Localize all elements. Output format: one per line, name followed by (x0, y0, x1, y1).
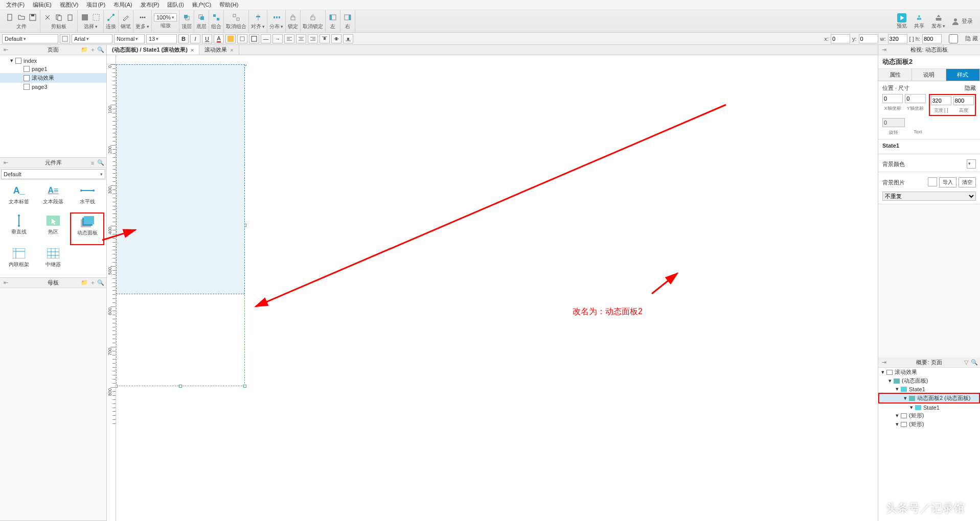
menu-publish[interactable]: 发布(P) (136, 0, 164, 10)
align-center-button[interactable] (296, 34, 306, 43)
zoom-select[interactable]: 100% (154, 13, 177, 21)
bgimg-clear-button[interactable]: 清空 (959, 177, 976, 187)
copy-button[interactable] (54, 12, 64, 22)
insp-y-input[interactable] (905, 94, 925, 103)
outline-node[interactable]: ▾滚动效果 (878, 368, 980, 376)
inspector-tab-notes[interactable]: 说明 (912, 69, 946, 81)
close-icon[interactable]: × (230, 47, 233, 53)
valign-top-button[interactable] (320, 34, 330, 43)
w-input[interactable] (888, 34, 907, 43)
page-node[interactable]: page1 (0, 65, 106, 73)
bgcolor-swatch[interactable] (967, 159, 976, 169)
inspector-collapse-icon[interactable]: ⇥ (880, 46, 887, 54)
menu-layout[interactable]: 布局(A) (109, 0, 136, 10)
align-button[interactable] (253, 12, 263, 22)
outline-node[interactable]: ▾(动态面板) (878, 376, 980, 385)
fill-color-button[interactable] (225, 34, 236, 43)
more-button[interactable] (138, 12, 148, 22)
insp-w-input[interactable] (931, 96, 951, 105)
add-master-icon[interactable]: ＋ (89, 279, 96, 287)
close-icon[interactable]: × (191, 47, 194, 53)
bold-button[interactable]: B (178, 34, 189, 43)
pages-tree[interactable]: ▾indexpage1滚动效果page3 (0, 55, 106, 157)
align-left-button[interactable] (284, 34, 294, 43)
widget-repeater[interactable]: 中继器 (36, 245, 71, 275)
new-file-button[interactable] (5, 12, 15, 22)
h-input[interactable] (922, 34, 942, 43)
valign-bot-button[interactable] (343, 34, 353, 43)
menu-file[interactable]: 文件(F) (2, 0, 29, 10)
masters-collapse-icon[interactable]: ⇤ (2, 279, 9, 287)
more-label[interactable]: 更多 (135, 23, 149, 30)
x-input[interactable] (831, 34, 850, 43)
widget-dynamic-panel[interactable]: 动态面板 (70, 212, 104, 245)
ruler-vertical[interactable]: 0100200300400500600700800 (107, 64, 116, 521)
add-page-icon[interactable]: ＋ (89, 46, 96, 54)
canvas-tab[interactable]: 滚动效果× (199, 45, 239, 55)
valign-mid-button[interactable] (331, 34, 341, 43)
add-folder-icon[interactable]: 📁 (81, 46, 88, 54)
open-file-button[interactable] (16, 12, 27, 22)
menu-team[interactable]: 团队(I) (163, 0, 188, 10)
group-button[interactable] (211, 12, 221, 22)
unlock-button[interactable] (308, 12, 318, 22)
master-search-icon[interactable]: 🔍 (97, 279, 104, 287)
inspector-tab-style[interactable]: 样式 (946, 69, 980, 81)
search-pages-icon[interactable]: 🔍 (97, 46, 104, 54)
outline-node[interactable]: ▾(矩形) (878, 420, 980, 429)
add-master-folder-icon[interactable]: 📁 (81, 279, 88, 287)
outline-node[interactable]: ▾(矩形) (878, 411, 980, 420)
menu-help[interactable]: 帮助(H) (215, 0, 242, 10)
outline-collapse-icon[interactable]: ⇥ (880, 359, 887, 366)
font-weight-select[interactable]: Normal (114, 34, 145, 43)
send-back-button[interactable] (196, 12, 207, 22)
distribute-label[interactable]: 分布 (269, 23, 283, 30)
outer-shadow-button[interactable] (237, 34, 247, 43)
menu-account[interactable]: 账户(C) (188, 0, 215, 10)
connect-button[interactable] (106, 12, 116, 22)
publish-button[interactable]: 发布 (931, 13, 945, 30)
login-button[interactable]: 登录 (951, 17, 973, 26)
select-contain-button[interactable] (91, 12, 101, 22)
align-right-button[interactable] (308, 34, 318, 43)
widget-iframe[interactable]: 内联框架 (2, 245, 36, 275)
widget-text-label[interactable]: A_文本标签 (2, 182, 36, 212)
menu-edit[interactable]: 编辑(E) (29, 0, 56, 10)
lock-button[interactable] (288, 12, 298, 22)
menu-project[interactable]: 项目(P) (82, 0, 109, 10)
dock-right-button[interactable] (343, 12, 353, 22)
outline-filter-icon[interactable]: ▽ (963, 359, 970, 366)
style-add-button[interactable] (60, 34, 70, 43)
library-select[interactable]: Default (1, 169, 105, 179)
y-input[interactable] (859, 34, 878, 43)
font-size-select[interactable]: 13 (146, 34, 177, 43)
inspector-tab-props[interactable]: 属性 (878, 69, 912, 81)
insp-x-input[interactable] (882, 94, 903, 103)
page-node[interactable]: page3 (0, 83, 106, 91)
outline-tree[interactable]: ▾滚动效果▾(动态面板)▾State1▾动态面板2 (动态面板)▾State1▾… (878, 368, 980, 521)
select-mode-button[interactable] (80, 12, 90, 22)
selected-element-name[interactable]: 动态面板2 (878, 55, 980, 69)
hidden-checkbox[interactable] (944, 34, 963, 43)
font-color-button[interactable]: A (214, 34, 224, 43)
outline-node[interactable]: ▾动态面板2 (动态面板) (878, 393, 980, 404)
share-button[interactable]: 共享 (914, 13, 924, 30)
menu-view[interactable]: 视图(V) (56, 0, 83, 10)
bgimg-import-button[interactable]: 导入 (939, 177, 956, 187)
dock-left-button[interactable] (328, 12, 338, 22)
outline-node[interactable]: ▾State1 (878, 385, 980, 393)
line-style-button[interactable]: — (261, 34, 271, 43)
style-preset-select[interactable]: Default (2, 34, 58, 43)
bg-repeat-select[interactable]: 不重复 (882, 192, 976, 201)
underline-button[interactable]: U (202, 34, 212, 43)
selectmode-label[interactable]: 选择 (84, 23, 98, 30)
font-select[interactable]: Arial (72, 34, 112, 43)
widget-hotspot[interactable]: 热区 (36, 212, 71, 245)
page-node[interactable]: 滚动效果 (0, 73, 106, 83)
arrow-style-button[interactable]: → (272, 34, 283, 43)
lib-search-icon[interactable]: 🔍 (97, 159, 104, 167)
cut-button[interactable] (42, 12, 53, 22)
dynamic-panel-shape[interactable] (116, 64, 245, 294)
outline-search-icon[interactable]: 🔍 (971, 359, 978, 366)
canvas-stage[interactable] (116, 64, 878, 521)
